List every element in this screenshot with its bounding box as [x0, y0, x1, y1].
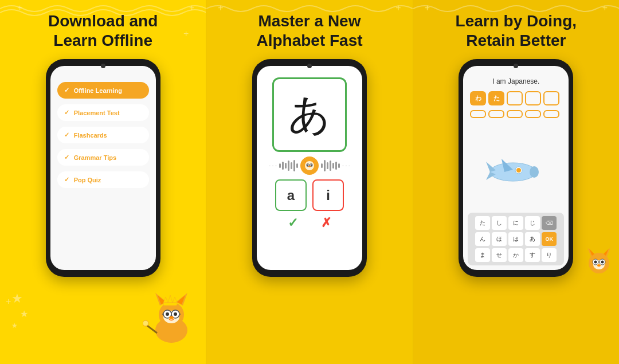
answer-label: i	[326, 187, 330, 203]
deco-plus: +	[218, 3, 223, 13]
audio-bar[interactable]: - - -	[263, 156, 356, 175]
dash-left: - - -	[269, 163, 277, 169]
kanji-character: あ	[288, 87, 331, 142]
fox-character-1	[143, 281, 200, 358]
phone-frame-3: I am Japanese. わ た	[459, 59, 573, 277]
svg-marker-17	[163, 297, 168, 303]
key-ka[interactable]: か	[508, 248, 523, 262]
wrong-x-icon: ✗	[321, 216, 331, 230]
check-icon: ✓	[64, 131, 69, 139]
key-ta[interactable]: た	[475, 216, 490, 230]
word-tile-empty-4[interactable]	[470, 110, 486, 118]
word-tile-empty-3[interactable]	[543, 91, 559, 105]
answer-card-a[interactable]: a	[275, 179, 307, 211]
feature-pop-quiz[interactable]: ✓ Pop Quiz	[57, 171, 149, 188]
phone-camera-3	[514, 64, 518, 68]
panel-1-title: Download andLearn Offline	[48, 11, 158, 50]
svg-marker-18	[168, 295, 173, 303]
fox-character-3	[576, 243, 619, 295]
word-tile-ta[interactable]: た	[488, 91, 504, 105]
svg-point-31	[490, 163, 536, 181]
panel-3-title: Learn by Doing,Retain Better	[456, 11, 577, 50]
key-su[interactable]: す	[525, 248, 540, 262]
feature-grammar-tips[interactable]: ✓ Grammar Tips	[57, 149, 149, 166]
phone-screen-1: ✓ Offline Learning ✓ Placement Test ✓ Fl…	[50, 66, 156, 270]
keyboard-row-2: ん ほ は あ OK	[471, 232, 561, 246]
panel-offline: + + + + Download andLearn Offline ✓ Offl…	[0, 0, 206, 364]
feature-label: Offline Learning	[74, 87, 122, 94]
wave-bar	[291, 162, 292, 169]
answer-label: a	[287, 187, 295, 203]
wave-bar	[279, 163, 281, 168]
keyboard-row-3: ま せ か す り	[471, 248, 561, 262]
deco-plus: +	[6, 296, 11, 307]
phone-camera-2	[307, 64, 312, 68]
svg-point-47	[594, 261, 597, 264]
key-ha[interactable]: は	[508, 232, 523, 246]
correct-check-icon: ✓	[288, 216, 298, 230]
wave-bar	[330, 161, 331, 171]
feature-label: Pop Quiz	[74, 177, 101, 183]
phone-screen-3: I am Japanese. わ た	[463, 66, 569, 270]
wave-bar	[285, 163, 287, 169]
wave-bar	[335, 162, 337, 170]
key-ho[interactable]: ほ	[492, 232, 507, 246]
key-n[interactable]: ん	[475, 232, 490, 246]
svg-point-48	[601, 261, 604, 264]
key-delete[interactable]: ⌫	[542, 216, 557, 230]
check-icon: ✓	[64, 154, 69, 161]
stars-decoration: ★ ★ ★	[11, 291, 28, 330]
wave-bar	[296, 163, 298, 168]
wave-bar	[321, 163, 323, 168]
feature-label: Flashcards	[74, 132, 107, 139]
key-ni[interactable]: に	[508, 216, 523, 230]
feature-flashcards[interactable]: ✓ Flashcards	[57, 127, 149, 143]
deco-plus: +	[602, 3, 608, 13]
deco-plus: +	[183, 29, 189, 39]
wave-bar	[338, 163, 340, 168]
word-tile-empty-7[interactable]	[525, 110, 541, 118]
word-tile-empty-8[interactable]	[543, 110, 559, 118]
svg-point-30	[308, 166, 311, 167]
key-ma[interactable]: ま	[475, 248, 490, 262]
key-ok[interactable]: OK	[542, 232, 557, 246]
wave-bar	[288, 161, 289, 171]
translate-sentence: I am Japanese.	[468, 77, 564, 85]
word-tile-empty-6[interactable]	[507, 110, 523, 118]
wave-bar	[293, 160, 295, 171]
keyboard-row-1: た し に じ ⌫	[471, 216, 561, 230]
panel-alphabet: + + Master a NewAlphabet Fast あ - - -	[206, 0, 412, 364]
wave-bar	[282, 162, 284, 170]
key-ri[interactable]: り	[542, 248, 557, 262]
panel-2-title: Master a NewAlphabet Fast	[256, 11, 362, 50]
svg-point-29	[311, 165, 312, 166]
word-tile-empty-2[interactable]	[525, 91, 541, 105]
phone-screen-2: あ - - -	[257, 66, 362, 270]
keyboard: た し に じ ⌫ ん ほ は あ OK ま せ	[468, 213, 564, 265]
result-icons: ✓ ✗	[288, 216, 331, 230]
kanji-card: あ	[272, 77, 347, 152]
answer-card-i[interactable]: i	[312, 179, 344, 211]
feature-placement-test[interactable]: ✓ Placement Test	[57, 104, 149, 121]
fox-audio-icon[interactable]	[300, 156, 319, 175]
translate-screen: I am Japanese. わ た	[463, 66, 569, 270]
wave-bar	[324, 160, 326, 171]
word-tile-empty-1[interactable]	[507, 91, 523, 105]
check-icon: ✓	[64, 109, 69, 116]
deco-plus: +	[425, 3, 430, 13]
feature-offline-learning[interactable]: ✓ Offline Learning	[57, 82, 149, 99]
word-tile-empty-5[interactable]	[488, 110, 504, 118]
svg-point-16	[143, 320, 148, 326]
phone-camera	[101, 64, 105, 68]
svg-point-49	[597, 264, 601, 267]
check-icon: ✓	[64, 87, 69, 94]
key-a[interactable]: あ	[525, 232, 540, 246]
word-tile-wa[interactable]: わ	[470, 91, 486, 105]
key-se[interactable]: せ	[492, 248, 507, 262]
svg-point-32	[530, 166, 539, 178]
key-ji[interactable]: じ	[525, 216, 540, 230]
key-shi[interactable]: し	[492, 216, 507, 230]
feature-list: ✓ Offline Learning ✓ Placement Test ✓ Fl…	[50, 66, 156, 270]
alphabet-screen: あ - - -	[257, 66, 362, 270]
deco-plus: +	[17, 3, 22, 13]
